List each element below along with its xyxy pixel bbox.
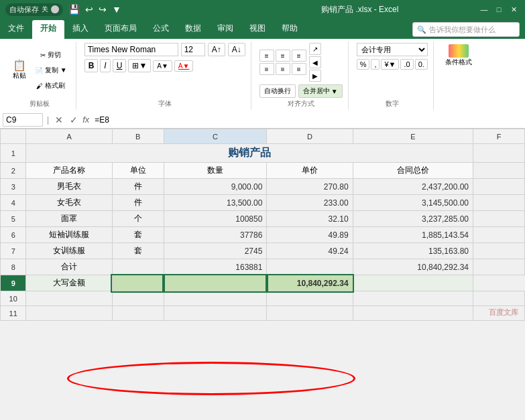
align-bottom-left[interactable]: ≡ [259,63,274,75]
col-a-header[interactable]: A [26,129,112,144]
col-f-header[interactable]: F [473,129,525,144]
save-icon[interactable]: 💾 [67,3,81,16]
r10-b[interactable] [112,291,164,306]
align-top-right[interactable]: ≡ [292,50,306,62]
font-size-input[interactable] [181,43,205,56]
r5-unit[interactable]: 个 [112,211,164,227]
row-1-f[interactable] [473,144,525,163]
row-2-header[interactable]: 2 [1,163,26,179]
row-10-header[interactable]: 10 [1,291,26,306]
r6-unit[interactable]: 套 [112,227,164,243]
col-e-header-cell[interactable]: 合同总价 [353,163,473,179]
font-name-input[interactable] [84,43,178,56]
row-2-f[interactable] [473,163,525,179]
conditional-format-button[interactable]: 条件格式 [442,43,475,68]
r8-label[interactable]: 合计 [26,259,112,275]
cut-button[interactable]: ✂剪切 [32,48,70,62]
maximize-button[interactable]: □ [493,3,505,15]
currency-button[interactable]: ¥▼ [381,59,399,70]
tab-home[interactable]: 开始 [32,20,64,39]
dec-decimal-button[interactable]: 0. [415,59,428,70]
fill-color-button[interactable]: A▼ [153,60,172,72]
tab-formulas[interactable]: 公式 [145,20,177,39]
auto-wrap-button[interactable]: 自动换行 [259,84,296,98]
r7-unit[interactable]: 套 [112,243,164,259]
tab-review[interactable]: 审阅 [209,20,241,39]
align-bottom-center[interactable]: ≡ [276,63,290,75]
tab-view[interactable]: 视图 [241,20,274,39]
italic-button[interactable]: I [100,59,110,72]
r10-a[interactable] [26,291,112,306]
col-d-header-cell[interactable]: 单价 [267,163,353,179]
row-11-header[interactable]: 11 [1,306,26,321]
number-format-select[interactable]: 会计专用 [357,43,428,56]
formula-input[interactable] [92,114,522,126]
r5-qty[interactable]: 100850 [164,211,267,227]
orientation-button[interactable]: ↗ [309,43,321,55]
col-c-header[interactable]: C [164,129,267,144]
r3-name[interactable]: 男毛衣 [26,179,112,195]
font-color-button[interactable]: A▼ [174,60,194,72]
r8-total[interactable]: 10,840,292.34 [353,259,473,275]
r6-f[interactable] [473,227,525,243]
copy-button[interactable]: 📄复制 ▼ [32,64,70,77]
r5-name[interactable]: 面罩 [26,211,112,227]
r3-f[interactable] [473,179,525,195]
r3-unit[interactable]: 件 [112,179,164,195]
col-c-header-cell[interactable]: 数量 [164,163,267,179]
col-b-header-cell[interactable]: 单位 [112,163,164,179]
tab-insert[interactable]: 插入 [64,20,97,39]
r11-e[interactable] [353,306,473,321]
align-bottom-right[interactable]: ≡ [292,63,306,75]
row-6-header[interactable]: 6 [1,227,26,243]
r8-f[interactable] [473,259,525,275]
r7-f[interactable] [473,243,525,259]
r4-f[interactable] [473,195,525,211]
font-grow-button[interactable]: A↑ [208,43,225,56]
r6-total[interactable]: 1,885,143.54 [353,227,473,243]
r7-qty[interactable]: 2745 [164,243,267,259]
row-8-header[interactable]: 8 [1,259,26,275]
comma-button[interactable]: , [371,59,380,70]
r8-b[interactable] [112,259,164,275]
align-top-center[interactable]: ≡ [276,50,290,62]
redo-icon[interactable]: ↪ [97,3,108,16]
row-7-header[interactable]: 7 [1,243,26,259]
r8-d[interactable] [267,259,353,275]
percent-button[interactable]: % [357,59,370,70]
format-painter-button[interactable]: 🖌格式刷 [32,79,70,92]
underline-button[interactable]: U [113,59,127,72]
r9-f[interactable] [353,275,473,291]
r3-price[interactable]: 270.80 [267,179,353,195]
merge-center-button[interactable]: 合并居中 ▼ [298,84,343,98]
r4-total[interactable]: 3,145,500.00 [353,195,473,211]
r11-b[interactable] [112,306,164,321]
col-e-header[interactable]: E [353,129,473,144]
col-b-header[interactable]: B [112,129,164,144]
bold-button[interactable]: B [84,59,99,72]
r10-c[interactable] [164,291,267,306]
r5-total[interactable]: 3,237,285.00 [353,211,473,227]
row-3-header[interactable]: 3 [1,179,26,195]
r10-e[interactable] [353,291,473,306]
tab-help[interactable]: 帮助 [274,20,306,39]
row-5-header[interactable]: 5 [1,211,26,227]
col-d-header[interactable]: D [267,129,353,144]
r10-f[interactable] [473,291,525,306]
confirm-formula-button[interactable]: ✓ [68,115,80,125]
r10-d[interactable] [267,291,353,306]
cell-reference-input[interactable] [3,113,43,127]
row-1-header[interactable]: 1 [1,144,26,163]
close-button[interactable]: ✕ [508,3,520,15]
r7-total[interactable]: 135,163.80 [353,243,473,259]
r9-label[interactable]: 大写金额 [26,275,112,291]
border-button[interactable]: ⊞▼ [128,59,151,72]
r4-unit[interactable]: 件 [112,195,164,211]
r5-price[interactable]: 32.10 [267,211,353,227]
row-9-header[interactable]: 9 [1,275,26,291]
row-4-header[interactable]: 4 [1,195,26,211]
font-shrink-button[interactable]: A↓ [228,43,245,56]
paste-button[interactable]: 📋 粘贴 [9,58,30,82]
r3-qty[interactable]: 9,000.00 [164,179,267,195]
cancel-formula-button[interactable]: ✕ [53,115,65,125]
